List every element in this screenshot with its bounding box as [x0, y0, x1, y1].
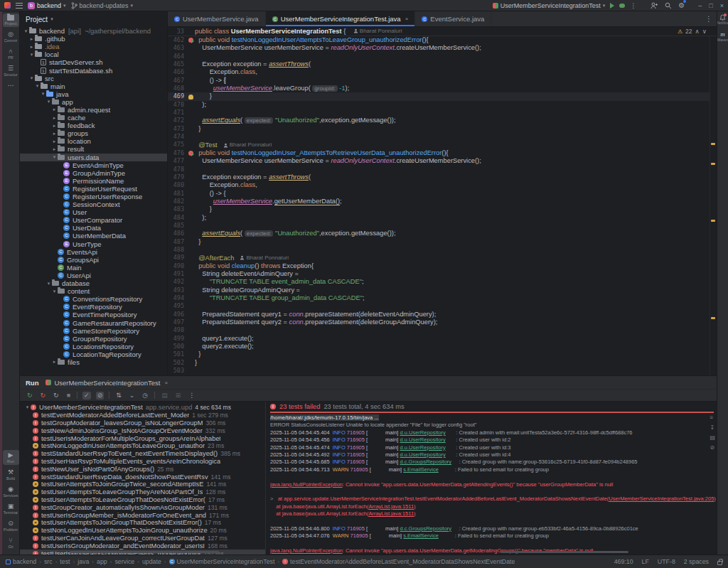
- breadcrumb-item[interactable]: test: [60, 558, 70, 565]
- tree-item[interactable]: ▾local: [20, 50, 167, 58]
- chevron-right-icon[interactable]: ▸: [51, 131, 58, 136]
- test-item[interactable]: !testUserHasRsvpToMultipleEvents_eventsA…: [20, 458, 265, 466]
- stack-trace-link[interactable]: java.lang.NullPointerException: [270, 481, 343, 488]
- code-line[interactable]: 493 String deleteGroupAdminQuery =: [168, 286, 710, 294]
- tree-item[interactable]: $startDevServer.sh: [20, 58, 167, 66]
- error-stripe[interactable]: [710, 36, 717, 375]
- code-line[interactable]: 496 PreparedStatement query1 = conn.prep…: [168, 311, 710, 318]
- tree-item[interactable]: EUserType: [20, 240, 167, 248]
- stack-trace-link[interactable]: UserMemberServiceIntegrationTest.java:20…: [609, 495, 714, 502]
- tree-item[interactable]: ▸groups: [20, 129, 167, 137]
- toolbar-button-services[interactable]: ◉Services: [3, 484, 19, 499]
- chevron-down-icon[interactable]: ▾: [28, 52, 35, 58]
- test-item[interactable]: !testUserCanJoinAndLeaveGroup_correctUse…: [20, 535, 265, 542]
- close-icon[interactable]: ×: [164, 380, 168, 386]
- tree-item[interactable]: ▾users.data: [20, 154, 167, 161]
- horizontal-scrollbar[interactable]: [500, 551, 628, 553]
- breadcrumb-item[interactable]: app: [97, 558, 107, 565]
- sort-alphabetically-icon[interactable]: ⇅: [114, 392, 123, 400]
- next-warning-icon[interactable]: ∨: [702, 28, 707, 35]
- search-icon[interactable]: [665, 2, 672, 9]
- code-editor[interactable]: 462 public void testNonLoggedInUserAttem…: [168, 36, 710, 375]
- tree-item[interactable]: CGroupsApi: [20, 256, 167, 264]
- encoding-widget[interactable]: UTF-8: [658, 558, 675, 565]
- tree-item[interactable]: ▾main: [20, 82, 167, 90]
- code-line[interactable]: 502}: [168, 359, 710, 367]
- code-line[interactable]: 474: [168, 133, 710, 141]
- code-line[interactable]: 500 query2.execute();: [168, 343, 710, 350]
- maven-button[interactable]: m Maven: [717, 31, 728, 42]
- tree-item[interactable]: ▸result: [20, 145, 167, 153]
- stack-trace-link[interactable]: ArrayList.java:1511: [368, 503, 414, 510]
- close-icon[interactable]: ×: [405, 16, 409, 22]
- code-line[interactable]: 485: [168, 222, 710, 230]
- breadcrumb-item[interactable]: java: [77, 558, 89, 565]
- test-item[interactable]: !testNewAdminJoinsGroup_IsNotAGroupOrEve…: [20, 427, 265, 434]
- intention-bulb-icon[interactable]: [188, 95, 193, 100]
- test-item[interactable]: !testUserIsModeratorForMultipleGroups_gr…: [20, 434, 265, 442]
- breadcrumb-item[interactable]: !testEventModeratorAddedBeforeLastEvent_…: [282, 558, 515, 565]
- chevron-right-icon[interactable]: ▸: [51, 123, 58, 129]
- test-item[interactable]: !testNewUser_isNotPartOfAnyGroups()25 ms: [20, 465, 265, 473]
- tree-item[interactable]: CLocationsRepository: [20, 343, 167, 350]
- code-line[interactable]: 488: [168, 246, 710, 254]
- code-line[interactable]: 483 }: [168, 205, 710, 213]
- tree-item[interactable]: ▾database: [20, 279, 167, 287]
- window-minimize-button[interactable]: –: [698, 2, 702, 9]
- breadcrumb-item[interactable]: service: [114, 558, 134, 565]
- tree-item[interactable]: CMain: [20, 264, 167, 272]
- tree-item[interactable]: ▾src: [20, 75, 167, 82]
- chevron-right-icon[interactable]: ▸: [51, 359, 58, 365]
- notifications-button[interactable]: Notificat: [717, 14, 728, 25]
- tree-item[interactable]: CGameRestaurantRepository: [20, 318, 167, 326]
- settings-button[interactable]: ⚙: [678, 1, 685, 9]
- tree-item[interactable]: ▸admin.request: [20, 106, 167, 114]
- tree-item[interactable]: CRegisterUserResponse: [20, 193, 167, 200]
- expand-all-icon[interactable]: ⌄: [128, 392, 136, 400]
- tree-item[interactable]: CUserData: [20, 224, 167, 232]
- branch-widget[interactable]: backend-updates▾: [71, 2, 134, 9]
- main-menu-icon[interactable]: [16, 3, 23, 9]
- tree-item[interactable]: CEventTimeRepository: [20, 311, 167, 318]
- warning-stripe-mark[interactable]: [711, 220, 715, 222]
- toolbar-button-run[interactable]: ▶Run: [3, 450, 19, 465]
- tree-item[interactable]: CEventRepository: [20, 303, 167, 311]
- code-line[interactable]: 486 assertEquals( expected: "Unauthorize…: [168, 230, 710, 237]
- code-line[interactable]: 476 public void testNonLoggedInUser_Atte…: [168, 149, 710, 157]
- run-configuration-widget[interactable]: UserMemberServiceIntegrationTest▾: [493, 2, 606, 9]
- code-line[interactable]: 487 }: [168, 238, 710, 246]
- code-with-me-icon[interactable]: [651, 2, 658, 9]
- caret-position-widget[interactable]: 469:10: [614, 558, 633, 565]
- chevron-down-icon[interactable]: ▾: [46, 281, 52, 286]
- editor-tab[interactable]: CEventService.java: [415, 11, 491, 26]
- code-line[interactable]: 471: [168, 109, 710, 117]
- show-ignored-icon[interactable]: ⊘: [96, 392, 105, 400]
- test-root-item[interactable]: ▾!UserMemberServiceIntegrationTestapp.se…: [20, 404, 265, 412]
- line-ending-widget[interactable]: LF: [642, 558, 649, 565]
- chevron-right-icon[interactable]: ▸: [28, 44, 35, 50]
- tree-item[interactable]: ▸.idea: [20, 43, 167, 50]
- breadcrumb-item[interactable]: src: [44, 558, 53, 565]
- chevron-down-icon[interactable]: ▾: [23, 28, 29, 34]
- breadcrumb-item[interactable]: backend: [6, 558, 36, 565]
- tree-item[interactable]: ▸cache: [20, 114, 167, 122]
- run-button[interactable]: [610, 3, 614, 9]
- tree-item[interactable]: ▸files: [20, 358, 167, 366]
- tree-item[interactable]: ▸feedback: [20, 122, 167, 129]
- code-line[interactable]: 489 @AfterEachBharat Ponnaluri: [168, 254, 710, 262]
- test-item[interactable]: ×testUserAttemptsToJoinGroupThatDoesNotE…: [20, 519, 265, 527]
- tree-item[interactable]: EPermissionName: [20, 177, 167, 185]
- tree-item[interactable]: ▾java: [20, 90, 167, 98]
- chevron-down-icon[interactable]: ▾: [34, 83, 41, 89]
- code-line[interactable]: 462 public void testNonLoggedInUserAttem…: [168, 36, 710, 44]
- clear-console-icon[interactable]: ⊘: [710, 444, 715, 451]
- code-line[interactable]: 480 Exception.class,: [168, 181, 710, 189]
- breadcrumb-item[interactable]: CUserMemberServiceIntegrationTest: [169, 558, 275, 565]
- code-line[interactable]: 494 "TRUNCATE TABLE group_admin_data CAS…: [168, 294, 710, 302]
- chevron-right-icon[interactable]: ▸: [28, 36, 35, 42]
- debug-button[interactable]: [619, 4, 625, 8]
- failed-test-gutter-icon[interactable]: [188, 38, 193, 43]
- soft-wrap-icon[interactable]: ≡: [710, 414, 715, 421]
- toolbar-button-build[interactable]: ⚒Build: [3, 467, 19, 482]
- stop-icon[interactable]: ■: [65, 392, 72, 400]
